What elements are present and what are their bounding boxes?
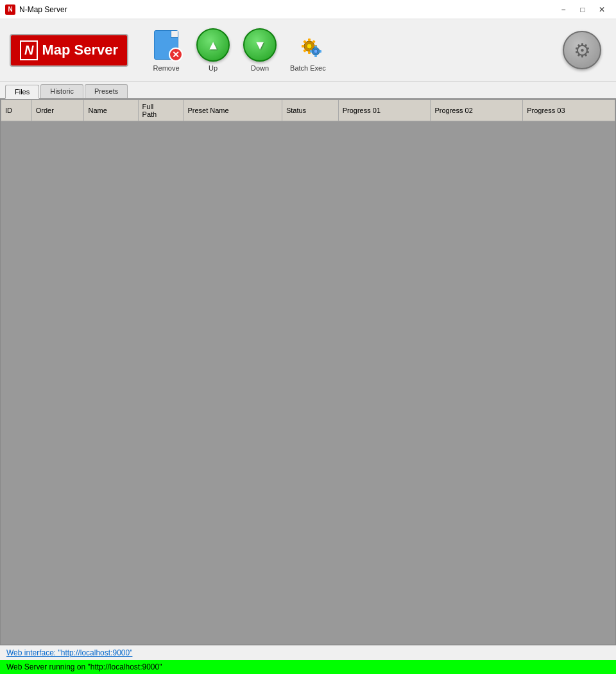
col-id: ID bbox=[1, 100, 32, 121]
batch-exec-button[interactable]: Batch Exec bbox=[285, 26, 331, 74]
app-icon: N bbox=[5, 4, 15, 15]
down-button[interactable]: Down bbox=[238, 26, 282, 74]
web-interface-link[interactable]: Web interface: "http://localhost:9000" bbox=[6, 648, 132, 657]
table-header-row: ID Order Name FullPath Preset Name Statu… bbox=[1, 100, 615, 121]
col-status: Status bbox=[282, 100, 338, 121]
col-presetname: Preset Name bbox=[184, 100, 282, 121]
down-label: Down bbox=[251, 64, 269, 72]
toolbar: N Map Server ✕ Remove Up Down bbox=[0, 19, 616, 82]
close-button[interactable]: ✕ bbox=[593, 3, 611, 17]
batch-exec-label: Batch Exec bbox=[290, 64, 326, 72]
up-icon bbox=[196, 28, 230, 62]
svg-rect-2 bbox=[308, 39, 311, 41]
svg-rect-15 bbox=[320, 50, 321, 53]
tab-presets[interactable]: Presets bbox=[85, 84, 128, 98]
title-bar-left: N N-Map Server bbox=[5, 4, 67, 15]
bottom-bar: Web Server running on "http://localhost:… bbox=[0, 660, 616, 674]
remove-button[interactable]: ✕ Remove bbox=[144, 26, 188, 74]
svg-rect-14 bbox=[310, 50, 312, 53]
col-progress02: Progress 02 bbox=[431, 100, 523, 121]
tab-historic[interactable]: Historic bbox=[40, 84, 83, 98]
logo-n-letter: N bbox=[20, 40, 38, 60]
svg-rect-12 bbox=[314, 46, 317, 48]
col-name: Name bbox=[84, 100, 138, 121]
col-fullpath: FullPath bbox=[138, 100, 184, 121]
down-icon bbox=[243, 28, 277, 62]
window-title: N-Map Server bbox=[19, 5, 67, 14]
svg-rect-13 bbox=[314, 55, 317, 57]
up-label: Up bbox=[209, 64, 218, 72]
maximize-button[interactable]: □ bbox=[574, 3, 592, 17]
window-content: N Map Server ✕ Remove Up Down bbox=[0, 19, 616, 674]
col-progress01: Progress 01 bbox=[338, 100, 431, 121]
window-controls: − □ ✕ bbox=[554, 3, 611, 17]
server-status-text: Web Server running on "http://localhost:… bbox=[6, 662, 162, 671]
logo-text: Map Server bbox=[42, 42, 118, 58]
remove-icon: ✕ bbox=[150, 28, 183, 62]
settings-area bbox=[558, 28, 606, 72]
settings-button[interactable] bbox=[558, 28, 606, 72]
table-header: ID Order Name FullPath Preset Name Statu… bbox=[1, 100, 615, 121]
svg-point-1 bbox=[307, 44, 312, 49]
tab-files[interactable]: Files bbox=[5, 85, 39, 99]
remove-label: Remove bbox=[153, 64, 180, 72]
up-button[interactable]: Up bbox=[191, 26, 235, 74]
title-bar: N N-Map Server − □ ✕ bbox=[0, 0, 616, 19]
minimize-button[interactable]: − bbox=[554, 3, 572, 17]
files-table-container: ID Order Name FullPath Preset Name Statu… bbox=[0, 99, 616, 645]
batch-exec-icon bbox=[291, 28, 325, 62]
red-x-icon: ✕ bbox=[169, 48, 183, 62]
files-table: ID Order Name FullPath Preset Name Statu… bbox=[1, 99, 615, 121]
svg-rect-4 bbox=[302, 45, 304, 48]
tabs-bar: Files Historic Presets bbox=[0, 82, 616, 99]
settings-icon bbox=[563, 31, 601, 69]
gears-svg bbox=[291, 28, 325, 62]
col-order: Order bbox=[31, 100, 84, 121]
status-bar: Web interface: "http://localhost:9000" bbox=[0, 645, 616, 660]
col-progress03: Progress 03 bbox=[523, 100, 615, 121]
svg-point-11 bbox=[314, 49, 318, 53]
app-logo: N Map Server bbox=[10, 34, 128, 67]
